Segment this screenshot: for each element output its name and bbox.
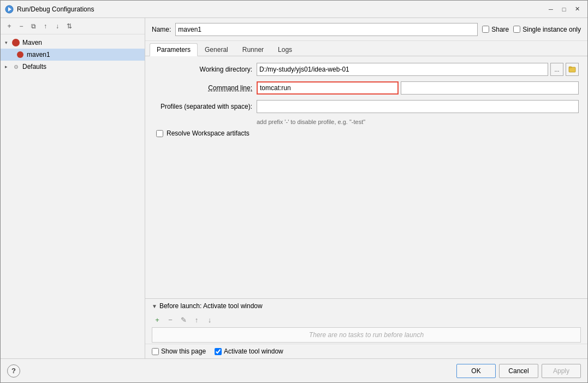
title-bar: Run/Debug Configurations ─ □ ✕ bbox=[1, 1, 587, 18]
minimize-button[interactable]: ─ bbox=[545, 3, 557, 15]
footer-left: ? bbox=[7, 364, 456, 378]
activate-tool-window-checkbox[interactable] bbox=[215, 348, 222, 355]
dialog-icon bbox=[5, 5, 14, 14]
working-directory-row: Working directory: ... bbox=[154, 63, 579, 76]
command-line-label: Command line: bbox=[154, 84, 252, 92]
tree-item-defaults[interactable]: ▸ ⚙ Defaults bbox=[1, 61, 145, 73]
share-checkbox-label[interactable]: Share bbox=[482, 26, 509, 33]
resolve-artifacts-label: Resolve Workspace artifacts bbox=[167, 129, 250, 137]
dialog-title: Run/Debug Configurations bbox=[17, 5, 545, 13]
single-instance-label: Single instance only bbox=[522, 26, 581, 33]
command-line-extra-input[interactable] bbox=[401, 81, 579, 95]
before-launch-edit-button[interactable]: ✎ bbox=[178, 314, 189, 325]
command-line-field-row bbox=[257, 81, 579, 95]
resolve-artifacts-row: Resolve Workspace artifacts bbox=[156, 129, 579, 137]
remove-config-button[interactable]: − bbox=[16, 21, 27, 32]
right-panel: Name: Share Single instance only Paramet… bbox=[145, 18, 587, 358]
main-area: + − ⧉ ↑ ↓ ⇅ ▾ Maven bbox=[1, 18, 587, 358]
footer-checkboxes: Show this page Activate tool window bbox=[145, 344, 587, 358]
activate-tool-window-label: Activate tool window bbox=[224, 347, 283, 355]
tree-item-label-defaults: Defaults bbox=[22, 63, 46, 70]
profiles-row: Profiles (separated with space): bbox=[154, 100, 579, 113]
show-this-page-label: Show this page bbox=[161, 347, 206, 355]
working-directory-input[interactable] bbox=[257, 63, 548, 76]
config-tree: ▾ Maven maven1 ▸ ⚙ Default bbox=[1, 34, 145, 358]
single-instance-checkbox-label[interactable]: Single instance only bbox=[513, 26, 581, 33]
dialog-footer: ? OK Cancel Apply bbox=[1, 358, 587, 382]
before-launch-label: Before launch: Activate tool window bbox=[159, 302, 263, 310]
share-checkbox[interactable] bbox=[482, 26, 489, 33]
working-directory-field-row: ... bbox=[257, 63, 579, 76]
before-launch-section: ▼ Before launch: Activate tool window + … bbox=[145, 298, 587, 358]
tab-content-parameters: Working directory: ... Co bbox=[145, 56, 587, 298]
profiles-hint: add prefix '-' to disable profile, e.g. … bbox=[257, 119, 579, 125]
tab-general[interactable]: General bbox=[198, 43, 235, 56]
tab-logs[interactable]: Logs bbox=[271, 43, 299, 56]
sidebar-toolbar: + − ⧉ ↑ ↓ ⇅ bbox=[1, 18, 145, 34]
copy-config-button[interactable]: ⧉ bbox=[28, 21, 39, 32]
cancel-button[interactable]: Cancel bbox=[499, 364, 538, 378]
resolve-artifacts-checkbox[interactable] bbox=[156, 130, 163, 137]
profiles-input[interactable] bbox=[257, 100, 579, 113]
working-directory-label: Working directory: bbox=[154, 66, 252, 73]
tree-item-label-maven: Maven bbox=[22, 39, 42, 46]
move-up-button[interactable]: ↑ bbox=[40, 21, 51, 32]
sort-button[interactable]: ⇅ bbox=[64, 21, 75, 32]
share-label: Share bbox=[491, 26, 509, 33]
sidebar: + − ⧉ ↑ ↓ ⇅ ▾ Maven bbox=[1, 18, 145, 358]
before-launch-remove-button[interactable]: − bbox=[165, 314, 176, 325]
single-instance-checkbox[interactable] bbox=[513, 26, 520, 33]
no-tasks-text: There are no tasks to run before launch bbox=[309, 331, 424, 339]
add-config-button[interactable]: + bbox=[4, 21, 15, 32]
name-label: Name: bbox=[152, 26, 171, 33]
before-launch-toggle-icon: ▼ bbox=[152, 303, 157, 309]
maximize-button[interactable]: □ bbox=[558, 3, 570, 15]
tabs-bar: Parameters General Runner Logs bbox=[145, 41, 587, 56]
tree-expand-arrow: ▾ bbox=[3, 39, 9, 46]
before-launch-header[interactable]: ▼ Before launch: Activate tool window bbox=[145, 299, 587, 313]
run-debug-configurations-dialog: Run/Debug Configurations ─ □ ✕ + − ⧉ ↑ ↓… bbox=[0, 0, 588, 383]
tree-item-label-maven1: maven1 bbox=[27, 51, 50, 58]
before-launch-add-button[interactable]: + bbox=[152, 314, 163, 325]
ok-button[interactable]: OK bbox=[456, 364, 496, 378]
tab-runner[interactable]: Runner bbox=[235, 43, 271, 56]
command-line-row: Command line: bbox=[154, 81, 579, 95]
tree-item-maven-group[interactable]: ▾ Maven bbox=[1, 37, 145, 49]
before-launch-toolbar: + − ✎ ↑ ↓ bbox=[145, 313, 587, 326]
before-launch-list: There are no tasks to run before launch bbox=[152, 327, 581, 343]
tree-item-maven1[interactable]: maven1 bbox=[1, 49, 145, 61]
tree-expand-arrow-defaults: ▸ bbox=[3, 63, 9, 70]
before-launch-move-up-button[interactable]: ↑ bbox=[191, 314, 202, 325]
browse-button[interactable]: ... bbox=[550, 63, 563, 76]
maven-group-icon bbox=[11, 38, 20, 47]
activate-tool-window-checkbox-label[interactable]: Activate tool window bbox=[215, 347, 283, 355]
name-input[interactable] bbox=[175, 23, 478, 36]
apply-button[interactable]: Apply bbox=[542, 364, 581, 378]
defaults-icon: ⚙ bbox=[11, 62, 20, 71]
profiles-label: Profiles (separated with space): bbox=[154, 103, 252, 110]
tab-parameters[interactable]: Parameters bbox=[150, 43, 198, 56]
help-button[interactable]: ? bbox=[7, 364, 20, 378]
command-line-input[interactable] bbox=[257, 81, 399, 95]
name-row: Name: Share Single instance only bbox=[145, 18, 587, 41]
svg-rect-3 bbox=[569, 67, 572, 68]
show-this-page-checkbox[interactable] bbox=[152, 348, 159, 355]
window-controls: ─ □ ✕ bbox=[545, 3, 583, 15]
footer-right: OK Cancel Apply bbox=[456, 364, 581, 378]
profiles-field-row bbox=[257, 100, 579, 113]
close-button[interactable]: ✕ bbox=[571, 3, 583, 15]
maven1-icon bbox=[16, 50, 25, 59]
show-this-page-checkbox-label[interactable]: Show this page bbox=[152, 347, 206, 355]
move-down-button[interactable]: ↓ bbox=[52, 21, 63, 32]
folder-button[interactable] bbox=[566, 63, 579, 76]
before-launch-move-down-button[interactable]: ↓ bbox=[204, 314, 215, 325]
